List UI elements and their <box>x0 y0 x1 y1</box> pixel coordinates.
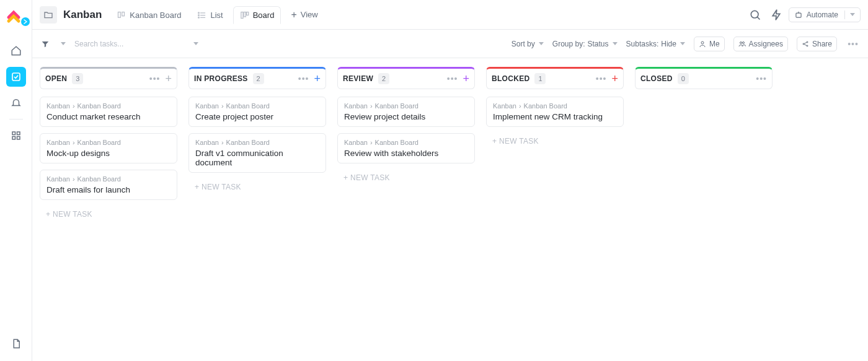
column-add-button[interactable]: + <box>463 73 469 84</box>
svg-rect-7 <box>122 12 125 16</box>
sort-by-control[interactable]: Sort by <box>512 40 544 48</box>
filter-icon[interactable] <box>40 35 51 53</box>
card-title: Mock-up designs <box>46 149 170 158</box>
column-count: 2 <box>378 73 389 84</box>
chevron-down-icon <box>850 13 855 16</box>
card-breadcrumb: Kanban›Kanban Board <box>344 139 468 146</box>
svg-point-20 <box>807 41 808 43</box>
view-tab-label: List <box>210 11 223 20</box>
card-title: Implement new CRM tracking <box>493 112 617 121</box>
svg-rect-13 <box>246 12 248 15</box>
column-more-button[interactable]: ••• <box>298 74 309 84</box>
column-name: IN PROGRESS <box>194 74 248 83</box>
task-card[interactable]: Kanban›Kanban Board Create project poste… <box>188 97 326 127</box>
view-tab-list[interactable]: List <box>191 7 229 24</box>
task-card[interactable]: Kanban›Kanban Board Review project detai… <box>337 97 475 127</box>
column-count: 0 <box>678 73 689 84</box>
column-header[interactable]: BLOCKED 1 ••• + <box>486 67 624 89</box>
column-add-button[interactable]: + <box>165 73 172 84</box>
task-card[interactable]: Kanban›Kanban Board Mock-up designs <box>40 133 177 163</box>
svg-point-19 <box>803 43 804 45</box>
sidebar <box>0 0 32 361</box>
column-count: 3 <box>72 73 83 84</box>
svg-point-8 <box>198 12 200 14</box>
kanban-icon <box>117 11 126 20</box>
new-task-button[interactable]: + NEW TASK <box>486 133 624 149</box>
svg-point-16 <box>701 41 704 44</box>
task-card[interactable]: Kanban›Kanban Board Review with stakehol… <box>337 133 475 163</box>
task-card[interactable]: Kanban›Kanban Board Conduct market resea… <box>40 97 177 127</box>
svg-rect-11 <box>241 12 243 19</box>
column-more-button[interactable]: ••• <box>596 74 607 84</box>
column-header[interactable]: CLOSED 0 ••• <box>635 67 773 89</box>
column-count: 1 <box>534 73 546 84</box>
card-breadcrumb: Kanban›Kanban Board <box>195 102 319 110</box>
search-tasks-input[interactable]: Search tasks... <box>74 40 198 48</box>
task-card[interactable]: Kanban›Kanban Board Draft v1 communicati… <box>188 133 326 173</box>
filter-me-button[interactable]: Me <box>694 37 725 51</box>
column-in-progress: IN PROGRESS 2 ••• + Kanban›Kanban Board … <box>188 67 326 352</box>
new-task-button[interactable]: + NEW TASK <box>337 170 475 186</box>
view-tab-kanban[interactable]: Kanban Board <box>110 7 187 24</box>
svg-point-10 <box>198 17 200 18</box>
new-task-button[interactable]: + NEW TASK <box>188 179 326 195</box>
card-title: Create project poster <box>195 112 319 121</box>
task-card[interactable]: Kanban›Kanban Board Implement new CRM tr… <box>486 97 624 127</box>
card-breadcrumb: Kanban›Kanban Board <box>46 139 170 146</box>
svg-rect-4 <box>12 137 16 140</box>
column-name: CLOSED <box>640 74 673 83</box>
toolbar-more-button[interactable]: ••• <box>846 39 861 49</box>
group-by-control[interactable]: Group by: Status <box>552 40 618 48</box>
column-header[interactable]: OPEN 3 ••• + <box>40 67 177 89</box>
nav-docs[interactable] <box>6 334 26 354</box>
card-breadcrumb: Kanban›Kanban Board <box>493 102 617 110</box>
subtasks-control[interactable]: Subtasks: Hide <box>626 40 685 48</box>
svg-rect-1 <box>12 73 20 80</box>
card-title: Review project details <box>344 112 468 121</box>
topbar: Kanban Kanban Board List Board + View Au… <box>32 0 868 30</box>
view-tab-board[interactable]: Board <box>233 6 281 24</box>
share-icon <box>802 40 809 48</box>
column-blocked: BLOCKED 1 ••• + Kanban›Kanban Board Impl… <box>486 67 624 352</box>
filter-caret-icon[interactable] <box>61 42 66 45</box>
board-canvas: OPEN 3 ••• + Kanban›Kanban Board Conduct… <box>32 58 868 361</box>
column-more-button[interactable]: ••• <box>447 74 458 84</box>
share-button[interactable]: Share <box>797 37 837 51</box>
column-more-button[interactable]: ••• <box>756 74 767 84</box>
new-task-button[interactable]: + NEW TASK <box>40 206 177 222</box>
board-icon <box>240 11 249 20</box>
card-title: Draft v1 communication document <box>195 149 319 167</box>
svg-point-0 <box>21 17 30 26</box>
column-count: 2 <box>253 73 264 84</box>
column-header[interactable]: IN PROGRESS 2 ••• + <box>188 67 326 89</box>
svg-rect-3 <box>17 132 20 135</box>
automate-button[interactable]: Automate <box>789 7 861 22</box>
column-add-button[interactable]: + <box>611 73 618 84</box>
card-breadcrumb: Kanban›Kanban Board <box>195 139 319 146</box>
page-title: Kanban <box>63 9 102 21</box>
nav-home[interactable] <box>6 41 26 61</box>
svg-point-9 <box>198 15 200 16</box>
column-more-button[interactable]: ••• <box>149 74 161 84</box>
card-title: Conduct market research <box>46 112 170 121</box>
nav-notifications[interactable] <box>6 93 26 113</box>
app-logo[interactable] <box>5 6 27 25</box>
task-card[interactable]: Kanban›Kanban Board Draft emails for lau… <box>40 170 177 200</box>
chevron-down-icon <box>613 42 618 45</box>
svg-rect-6 <box>118 12 121 18</box>
search-icon[interactable] <box>746 6 764 24</box>
svg-point-18 <box>742 41 744 43</box>
column-add-button[interactable]: + <box>314 73 321 84</box>
nav-apps[interactable] <box>6 126 26 146</box>
filter-assignees-button[interactable]: Assignees <box>733 37 788 51</box>
card-title: Review with stakeholders <box>344 149 468 158</box>
svg-point-21 <box>807 45 808 46</box>
add-view-button[interactable]: + View <box>285 6 324 24</box>
card-title: Draft emails for launch <box>46 185 170 194</box>
chevron-down-icon <box>680 42 685 45</box>
column-header[interactable]: REVIEW 2 ••• + <box>337 67 475 89</box>
nav-tasks[interactable] <box>6 67 26 87</box>
column-name: REVIEW <box>343 74 373 83</box>
bolt-icon[interactable] <box>768 6 785 24</box>
list-icon <box>197 11 206 20</box>
